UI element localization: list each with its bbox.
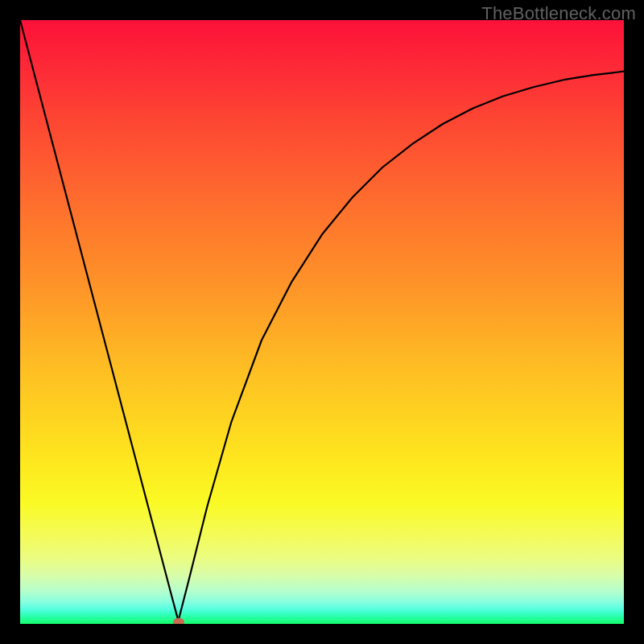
curve-svg (20, 20, 624, 624)
minimum-marker (173, 617, 184, 624)
bottleneck-curve-path (20, 20, 624, 621)
watermark-text: TheBottleneck.com (481, 3, 636, 24)
chart-frame: TheBottleneck.com (0, 0, 644, 644)
plot-area (20, 20, 624, 624)
